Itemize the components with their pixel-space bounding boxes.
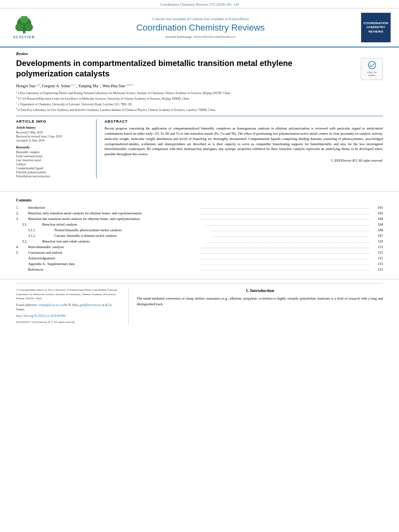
author-sup-c: a — [99, 83, 100, 86]
article-title: Developments in compartmentalized bimeta… — [16, 58, 346, 79]
revised-date: Received in revised form 2 June 2018 — [16, 135, 90, 138]
copyright-notice: © 2018 Elsevier B.V. All rights reserved… — [105, 159, 383, 162]
toc-text-3-1: Binuclear nickel catalysts — [42, 222, 206, 226]
toc-num-3-2: 3.2. — [22, 239, 42, 243]
keyword-6: Ethylene polymerization — [16, 170, 90, 174]
elsevier-logo: ELSEVIER — [8, 16, 40, 39]
introduction-column: 1. Introduction The metal-mediated conve… — [129, 288, 383, 324]
toc-num-3-1-2: 3.1.2. — [28, 234, 54, 238]
toc-dots-appendix — [200, 262, 370, 266]
aff-sup-a: a — [16, 90, 17, 93]
email-addresses: E-mail addresses: whsun@iccas.ac.cn (W.-… — [16, 303, 120, 312]
toc-dots-2 — [200, 212, 370, 216]
elsevier-tree-icon — [12, 16, 36, 34]
affiliation-d: d d State Key Laboratory for Oxo Synthes… — [16, 107, 383, 112]
email-1-link[interactable]: whsun@iccas.ac.cn — [39, 303, 62, 307]
toc-page-ack: 115 — [371, 256, 383, 260]
toc-page-1: 101 — [371, 205, 383, 210]
check-badge-icon — [366, 61, 378, 71]
author-sup-a: a,b — [37, 83, 40, 86]
toc-page-5: 115 — [371, 251, 383, 255]
toc-page-appendix: 115 — [371, 262, 383, 266]
journal-cover-image: COORDINATIONCHEMISTRYREVIEWS — [361, 12, 391, 43]
journal-title: Coordination Chemistry Reviews — [40, 23, 361, 33]
journal-header: ELSEVIER Contents lists available at Con… — [0, 8, 399, 47]
keyword-3: Late transition metal — [16, 158, 90, 162]
toc-dots-3-1 — [207, 223, 370, 227]
check-for-updates-badge: Check forupdates — [361, 58, 383, 80]
toc-item-ref: References 115 — [16, 267, 383, 272]
toc-item-3-2: 3.2. Binuclear iron and cobalt catalysts… — [22, 239, 383, 244]
author-sup-b: a,c,* — [71, 83, 76, 86]
toc-item-ack: Acknowledgements 115 — [16, 256, 383, 261]
svg-point-3 — [25, 23, 33, 31]
toc-item-1: 1. Introduction 101 — [16, 205, 383, 210]
contents-title: Contents — [16, 198, 383, 202]
author-sup-d: a,b,d,* — [126, 83, 134, 86]
toc-page-3-1-1: 104 — [371, 228, 383, 232]
footnotes-column: * Corresponding authors at: Key Laborato… — [16, 288, 129, 324]
sciencedirect-link[interactable]: Contents lists available at Contents lis… — [40, 17, 361, 21]
abstract-text: Recent progress concerning the applicati… — [105, 126, 383, 157]
section-divider-2 — [0, 279, 399, 279]
email-1-person: (W.-H. Sun), — [63, 303, 78, 307]
toc-item-appendix: Appendix A. Supplementary data 115 — [16, 262, 383, 266]
aff-sup-d: d — [16, 107, 17, 110]
toc-num-1: 1. — [16, 205, 28, 210]
keyword-5: Compartmental ligand — [16, 166, 90, 170]
toc-dots-ref — [200, 268, 370, 272]
toc-page-2: 102 — [371, 211, 383, 215]
aff-sup-b: b — [16, 96, 17, 99]
keyword-7: Polyethylene microstructure — [16, 175, 90, 178]
toc-page-3-1-2: 107 — [371, 234, 383, 238]
toc-dots-3-2 — [207, 240, 370, 244]
affiliations: a a Key Laboratory of Engineering Plasti… — [16, 90, 383, 112]
keywords-label: Keywords: — [16, 146, 90, 149]
journal-header-center: Contents lists available at Contents lis… — [40, 17, 361, 39]
toc-dots-3-1-2 — [213, 234, 370, 238]
article-history-label: Article history: — [16, 126, 90, 129]
journal-citation-bar: Coordination Chemistry Reviews 372 (2018… — [0, 0, 399, 8]
doi-line: https://doi.org/10.1016/j.ccr.2018.06.00… — [16, 314, 120, 318]
abstract-column: ABSTRACT Recent progress concerning the … — [105, 119, 383, 179]
cover-text: COORDINATIONCHEMISTRYREVIEWS — [363, 21, 388, 34]
issn-text: 0010-8545/© 2018 Elsevier B.V. All right… — [16, 320, 120, 325]
toc-dots-3-1-1 — [213, 228, 370, 232]
toc-item-2: 2. Binuclear early transition metal cata… — [16, 211, 383, 216]
toc-page-4: 113 — [371, 245, 383, 249]
bottom-section: * Corresponding authors at: Key Laborato… — [16, 283, 383, 324]
toc-num-5: 5. — [16, 251, 28, 255]
journal-homepage: journal homepage: www.elsevier.com/locat… — [40, 35, 361, 39]
toc-dots-4 — [200, 245, 370, 249]
article-info-column: ARTICLE INFO Article history: Received 5… — [16, 119, 97, 179]
toc-text-3-1-1: Neutral bimetallic phenoxyimine-nickel c… — [54, 228, 212, 232]
svg-point-2 — [15, 23, 23, 31]
affiliation-b: b b CAS Research/Education Center for Ex… — [16, 96, 383, 101]
keyword-1: Bimetallic complex — [16, 150, 90, 154]
toc-text-3-2: Binuclear iron and cobalt catalysts — [42, 239, 206, 243]
corresponding-author-note: * Corresponding authors at: Key Laborato… — [16, 288, 120, 301]
journal-citation: Coordination Chemistry Reviews 372 (2018… — [160, 2, 239, 6]
affiliation-c: c c Department of Chemistry, University … — [16, 101, 383, 107]
toc-text-4: Heterobimetallic catalysts — [28, 245, 198, 249]
accepted-date: Accepted 12 June 2018 — [16, 139, 90, 142]
affiliation-a: a a Key Laboratory of Engineering Plasti… — [16, 90, 383, 95]
toc-text-appendix: Appendix A. Supplementary data — [28, 262, 198, 266]
contents-section: Contents 1. Introduction 101 2. Binuclea… — [0, 196, 399, 275]
toc-item-3-1-2: 3.1.2. Cationic bimetallic α-diimine-nic… — [28, 234, 383, 238]
doi-link[interactable]: https://doi.org/10.1016/j.ccr.2018.06.00… — [16, 314, 66, 318]
toc-text-3-1-2: Cationic bimetallic α-diimine-nickel cat… — [54, 234, 212, 238]
abstract-section-label: ABSTRACT — [105, 119, 383, 123]
authors-line: Hongyi Suo a,b, Gregory A. Solan a,c,*, … — [16, 83, 383, 88]
toc-dots-3 — [200, 217, 370, 221]
toc-item-3-1-1: 3.1.1. Neutral bimetallic phenoxyimine-n… — [28, 228, 383, 232]
article-info-abstract-section: ARTICLE INFO Article history: Received 5… — [16, 116, 383, 179]
email-2-link[interactable]: gas8@leicester.ac.uk — [79, 303, 105, 307]
toc-item-4: 4. Heterobimetallic catalysts 113 — [16, 245, 383, 249]
toc-text-1: Introduction — [28, 205, 198, 210]
page: Coordination Chemistry Reviews 372 (2018… — [0, 0, 399, 324]
article-info-section-label: ARTICLE INFO — [16, 119, 90, 123]
toc-num-2: 2. — [16, 211, 28, 215]
toc-num-3-1: 3.1. — [22, 222, 42, 226]
toc-text-ref: References — [28, 267, 198, 271]
